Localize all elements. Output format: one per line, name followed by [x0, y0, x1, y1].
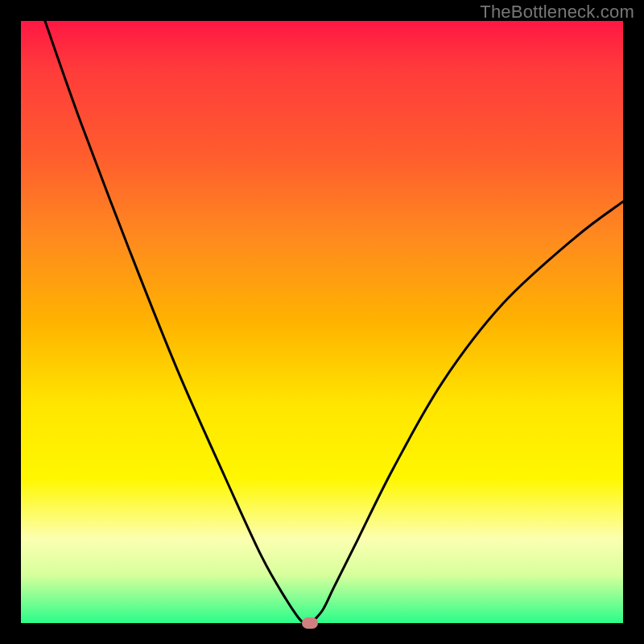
bottleneck-curve	[21, 21, 623, 623]
chart-plot-area	[21, 21, 623, 623]
watermark-text: TheBottleneck.com	[480, 2, 634, 23]
optimum-marker	[302, 617, 318, 629]
